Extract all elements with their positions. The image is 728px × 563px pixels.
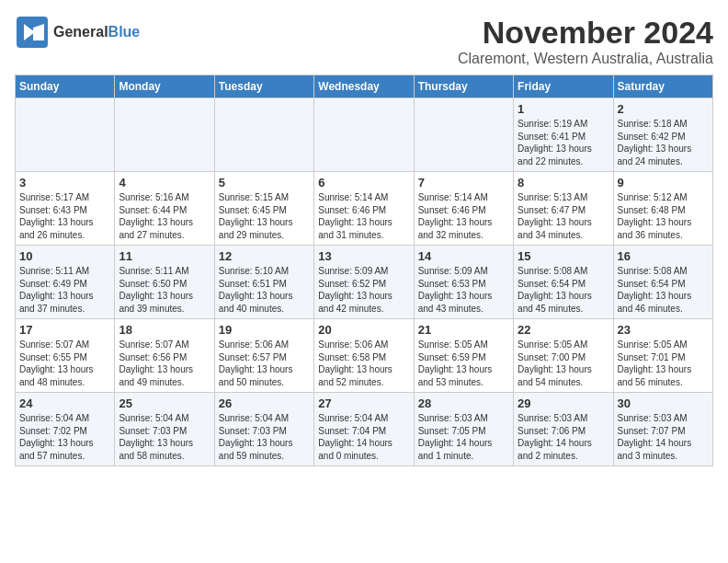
table-row: 3Sunrise: 5:17 AM Sunset: 6:43 PM Daylig… <box>16 172 115 246</box>
table-row: 29Sunrise: 5:03 AM Sunset: 7:06 PM Dayli… <box>514 393 613 466</box>
day-number: 6 <box>318 176 409 190</box>
day-number: 21 <box>418 323 509 337</box>
logo: GeneralBlue <box>15 15 140 50</box>
logo-icon <box>15 15 50 50</box>
calendar-week-row: 10Sunrise: 5:11 AM Sunset: 6:49 PM Dayli… <box>16 246 713 319</box>
day-info: Sunrise: 5:15 AM Sunset: 6:45 PM Dayligh… <box>219 191 310 241</box>
day-number: 11 <box>119 249 210 263</box>
col-saturday: Saturday <box>613 75 712 98</box>
table-row <box>214 98 313 172</box>
table-row: 20Sunrise: 5:06 AM Sunset: 6:58 PM Dayli… <box>314 319 414 393</box>
day-info: Sunrise: 5:05 AM Sunset: 7:00 PM Dayligh… <box>518 339 609 388</box>
day-info: Sunrise: 5:04 AM Sunset: 7:04 PM Dayligh… <box>318 412 409 462</box>
calendar-week-row: 3Sunrise: 5:17 AM Sunset: 6:43 PM Daylig… <box>16 172 713 246</box>
table-row: 27Sunrise: 5:04 AM Sunset: 7:04 PM Dayli… <box>314 393 414 466</box>
day-number: 7 <box>418 176 509 190</box>
table-row: 25Sunrise: 5:04 AM Sunset: 7:03 PM Dayli… <box>115 393 214 466</box>
table-row: 12Sunrise: 5:10 AM Sunset: 6:51 PM Dayli… <box>214 246 313 319</box>
table-row: 26Sunrise: 5:04 AM Sunset: 7:03 PM Dayli… <box>214 393 313 466</box>
day-info: Sunrise: 5:09 AM Sunset: 6:52 PM Dayligh… <box>318 265 409 315</box>
day-number: 10 <box>19 249 110 263</box>
day-info: Sunrise: 5:04 AM Sunset: 7:03 PM Dayligh… <box>119 412 210 462</box>
day-info: Sunrise: 5:16 AM Sunset: 6:44 PM Dayligh… <box>119 191 210 241</box>
day-number: 1 <box>518 102 609 116</box>
day-number: 12 <box>219 249 310 263</box>
table-row: 24Sunrise: 5:04 AM Sunset: 7:02 PM Dayli… <box>16 393 115 466</box>
table-row: 15Sunrise: 5:08 AM Sunset: 6:54 PM Dayli… <box>514 246 613 319</box>
day-info: Sunrise: 5:09 AM Sunset: 6:53 PM Dayligh… <box>418 265 509 315</box>
day-number: 15 <box>518 249 609 263</box>
table-row: 2Sunrise: 5:18 AM Sunset: 6:42 PM Daylig… <box>613 98 712 172</box>
title-block: November 2024 Claremont, Western Austral… <box>458 15 713 67</box>
day-number: 25 <box>119 396 210 410</box>
day-number: 23 <box>618 323 709 337</box>
day-info: Sunrise: 5:18 AM Sunset: 6:42 PM Dayligh… <box>618 118 709 167</box>
day-number: 26 <box>219 396 310 410</box>
calendar-week-row: 1Sunrise: 5:19 AM Sunset: 6:41 PM Daylig… <box>16 98 713 172</box>
table-row <box>16 98 115 172</box>
month-title: November 2024 <box>458 15 713 51</box>
table-row: 9Sunrise: 5:12 AM Sunset: 6:48 PM Daylig… <box>613 172 712 246</box>
table-row: 16Sunrise: 5:08 AM Sunset: 6:54 PM Dayli… <box>613 246 712 319</box>
day-info: Sunrise: 5:03 AM Sunset: 7:06 PM Dayligh… <box>518 412 609 462</box>
day-number: 4 <box>119 176 210 190</box>
table-row <box>115 98 214 172</box>
table-row: 6Sunrise: 5:14 AM Sunset: 6:46 PM Daylig… <box>314 172 414 246</box>
table-row: 18Sunrise: 5:07 AM Sunset: 6:56 PM Dayli… <box>115 319 214 393</box>
day-info: Sunrise: 5:11 AM Sunset: 6:49 PM Dayligh… <box>19 265 110 315</box>
day-number: 29 <box>518 396 609 410</box>
table-row: 19Sunrise: 5:06 AM Sunset: 6:57 PM Dayli… <box>214 319 313 393</box>
table-row <box>314 98 414 172</box>
day-info: Sunrise: 5:14 AM Sunset: 6:46 PM Dayligh… <box>318 191 409 241</box>
col-thursday: Thursday <box>414 75 513 98</box>
table-row: 22Sunrise: 5:05 AM Sunset: 7:00 PM Dayli… <box>514 319 613 393</box>
day-info: Sunrise: 5:10 AM Sunset: 6:51 PM Dayligh… <box>219 265 310 315</box>
table-row: 13Sunrise: 5:09 AM Sunset: 6:52 PM Dayli… <box>314 246 414 319</box>
location-title: Claremont, Western Australia, Australia <box>458 51 713 67</box>
day-info: Sunrise: 5:03 AM Sunset: 7:07 PM Dayligh… <box>618 412 709 462</box>
day-info: Sunrise: 5:03 AM Sunset: 7:05 PM Dayligh… <box>418 412 509 462</box>
day-info: Sunrise: 5:07 AM Sunset: 6:55 PM Dayligh… <box>19 339 110 388</box>
day-info: Sunrise: 5:05 AM Sunset: 7:01 PM Dayligh… <box>618 339 709 388</box>
table-row: 11Sunrise: 5:11 AM Sunset: 6:50 PM Dayli… <box>115 246 214 319</box>
col-tuesday: Tuesday <box>214 75 313 98</box>
day-number: 18 <box>119 323 210 337</box>
day-number: 2 <box>618 102 709 116</box>
day-info: Sunrise: 5:14 AM Sunset: 6:46 PM Dayligh… <box>418 191 509 241</box>
day-number: 14 <box>418 249 509 263</box>
day-number: 19 <box>219 323 310 337</box>
day-info: Sunrise: 5:04 AM Sunset: 7:03 PM Dayligh… <box>219 412 310 462</box>
logo-blue: Blue <box>108 24 141 40</box>
day-number: 17 <box>19 323 110 337</box>
calendar-header-row: Sunday Monday Tuesday Wednesday Thursday… <box>16 75 713 98</box>
col-wednesday: Wednesday <box>314 75 414 98</box>
day-info: Sunrise: 5:11 AM Sunset: 6:50 PM Dayligh… <box>119 265 210 315</box>
day-number: 8 <box>518 176 609 190</box>
table-row: 21Sunrise: 5:05 AM Sunset: 6:59 PM Dayli… <box>414 319 513 393</box>
day-number: 20 <box>318 323 409 337</box>
table-row: 14Sunrise: 5:09 AM Sunset: 6:53 PM Dayli… <box>414 246 513 319</box>
logo-general: General <box>53 24 108 40</box>
table-row: 17Sunrise: 5:07 AM Sunset: 6:55 PM Dayli… <box>16 319 115 393</box>
col-friday: Friday <box>514 75 613 98</box>
day-info: Sunrise: 5:19 AM Sunset: 6:41 PM Dayligh… <box>518 118 609 167</box>
day-info: Sunrise: 5:06 AM Sunset: 6:57 PM Dayligh… <box>219 339 310 388</box>
day-number: 27 <box>318 396 409 410</box>
page-header: GeneralBlue November 2024 Claremont, Wes… <box>15 15 713 67</box>
calendar-week-row: 24Sunrise: 5:04 AM Sunset: 7:02 PM Dayli… <box>16 393 713 466</box>
day-number: 30 <box>618 396 709 410</box>
day-info: Sunrise: 5:13 AM Sunset: 6:47 PM Dayligh… <box>518 191 609 241</box>
table-row <box>414 98 513 172</box>
calendar-week-row: 17Sunrise: 5:07 AM Sunset: 6:55 PM Dayli… <box>16 319 713 393</box>
calendar-table: Sunday Monday Tuesday Wednesday Thursday… <box>15 75 713 466</box>
day-info: Sunrise: 5:07 AM Sunset: 6:56 PM Dayligh… <box>119 339 210 388</box>
day-number: 3 <box>19 176 110 190</box>
table-row: 28Sunrise: 5:03 AM Sunset: 7:05 PM Dayli… <box>414 393 513 466</box>
day-info: Sunrise: 5:05 AM Sunset: 6:59 PM Dayligh… <box>418 339 509 388</box>
table-row: 4Sunrise: 5:16 AM Sunset: 6:44 PM Daylig… <box>115 172 214 246</box>
day-number: 22 <box>518 323 609 337</box>
table-row: 8Sunrise: 5:13 AM Sunset: 6:47 PM Daylig… <box>514 172 613 246</box>
day-info: Sunrise: 5:12 AM Sunset: 6:48 PM Dayligh… <box>618 191 709 241</box>
day-number: 9 <box>618 176 709 190</box>
table-row: 1Sunrise: 5:19 AM Sunset: 6:41 PM Daylig… <box>514 98 613 172</box>
